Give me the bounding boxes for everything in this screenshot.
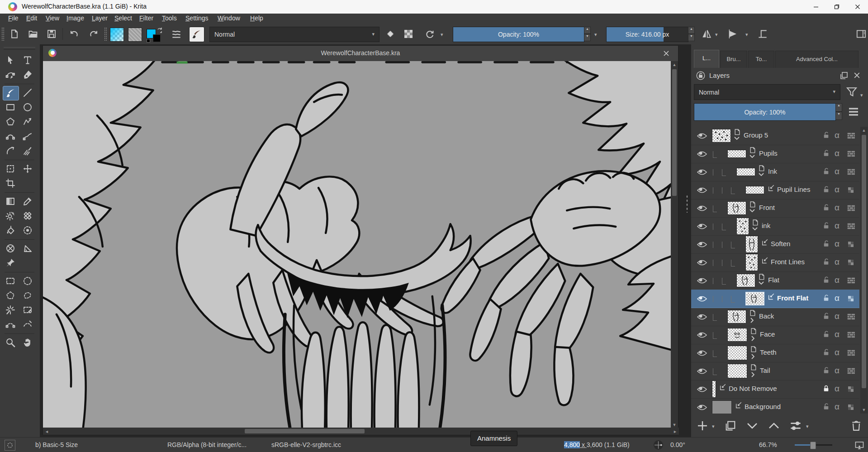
layer-name[interactable]: Front — [759, 204, 775, 211]
canvas[interactable] — [43, 61, 671, 428]
move-layer-up-button[interactable] — [766, 418, 782, 433]
toolbox-handle[interactable] — [4, 47, 35, 50]
layer-name[interactable]: Soften — [771, 240, 790, 247]
layer-name[interactable]: Tail — [760, 366, 770, 374]
layer-row-group-5[interactable]: Group 5α — [691, 127, 859, 145]
chevron-down-icon[interactable]: ▾ — [715, 32, 718, 38]
layer-thumbnail[interactable] — [745, 186, 764, 194]
docker-tab-bru[interactable]: Bru... — [720, 51, 747, 68]
canvas-vertical-scrollbar[interactable]: ▲ ▼ — [671, 61, 678, 428]
close-button[interactable] — [847, 0, 868, 14]
layer-visibility-eye-icon[interactable] — [697, 168, 707, 176]
docker-tab-advanced col[interactable]: Advanced Col... — [775, 51, 859, 68]
docker-splitter-handle[interactable] — [686, 195, 688, 213]
layer-visibility-eye-icon[interactable] — [697, 331, 707, 339]
layer-row-tail[interactable]: Tailα — [691, 362, 859, 381]
layer-name[interactable]: Pupils — [759, 149, 778, 157]
fit-to-screen-icon[interactable] — [854, 440, 865, 451]
layer-thumbnail[interactable] — [745, 254, 758, 271]
layer-row-do-not-remove[interactable]: Do Not Removeα — [691, 380, 859, 399]
layer-name[interactable]: Back — [759, 312, 774, 320]
layer-visibility-eye-icon[interactable] — [697, 277, 707, 285]
tool-similar-select[interactable] — [20, 303, 35, 317]
chevron-down-icon[interactable]: ▾ — [745, 32, 748, 38]
scroll-down-icon[interactable]: ▼ — [671, 423, 678, 427]
subwindow-title-bar[interactable]: WerewolfCharacterBase.kra — [43, 46, 678, 62]
alpha-lock-icon[interactable]: α — [835, 148, 840, 158]
preserve-alpha-button[interactable] — [402, 28, 415, 40]
layer-row-background[interactable]: Backgroundα — [691, 398, 859, 414]
layer-thumbnail[interactable] — [727, 201, 746, 215]
scroll-down-icon[interactable]: ▼ — [860, 408, 868, 412]
alpha-lock-icon[interactable]: α — [835, 257, 840, 267]
layer-name[interactable]: Teeth — [760, 348, 777, 356]
foreground-background-colors[interactable] — [147, 27, 163, 42]
canvas-rotation-icon[interactable] — [653, 439, 664, 451]
layer-name[interactable]: Front Lines — [771, 258, 805, 266]
layer-thumbnail[interactable] — [727, 150, 746, 158]
layer-row-pupil-lines[interactable]: Pupil Linesα — [691, 181, 859, 200]
inherit-alpha-icon[interactable] — [847, 367, 856, 375]
layer-opacity-slider[interactable]: Opacity: 100% — [694, 103, 836, 121]
menu-item-help[interactable]: Help — [248, 14, 265, 24]
inherit-alpha-icon[interactable] — [847, 295, 855, 303]
layer-thumbnail[interactable] — [736, 274, 755, 287]
canvas-size-label[interactable]: 4,800 x 3,600 (1.1 GiB) — [564, 441, 630, 448]
layer-lock-icon[interactable] — [822, 402, 830, 411]
group-layer-expanded-icon[interactable] — [758, 273, 765, 285]
chevron-down-icon[interactable]: ▾ — [441, 32, 443, 38]
alpha-lock-icon[interactable]: α — [835, 311, 840, 321]
layer-properties-button[interactable] — [787, 418, 804, 433]
close-docker-icon[interactable] — [853, 71, 861, 79]
tool-move[interactable] — [20, 162, 35, 176]
brush-preset-label[interactable]: b) Basic-5 Size — [35, 441, 78, 448]
filter-layers-icon[interactable] — [845, 85, 859, 99]
tool-transform[interactable] — [3, 162, 18, 176]
docker-tab-l[interactable]: L... — [694, 50, 719, 68]
tool-reference-images[interactable] — [3, 242, 18, 255]
layer-options-menu-icon[interactable] — [847, 105, 860, 119]
layer-lock-icon[interactable] — [822, 167, 830, 176]
layer-thumbnail[interactable] — [727, 310, 746, 324]
tool-multibrush[interactable] — [20, 144, 35, 157]
layer-row-front[interactable]: Frontα — [691, 199, 859, 218]
tool-polygon[interactable] — [3, 115, 18, 128]
tool-measure[interactable] — [20, 242, 35, 255]
layer-row-back[interactable]: Backα — [691, 308, 859, 326]
background-color-swatch[interactable] — [153, 34, 161, 42]
layer-visibility-eye-icon[interactable] — [697, 367, 707, 375]
tool-line[interactable] — [20, 86, 35, 100]
layer-lock-icon[interactable] — [822, 185, 830, 194]
docker-tab-to[interactable]: To... — [748, 51, 774, 68]
layer-name[interactable]: Ink — [768, 167, 777, 175]
wrap-around-button[interactable] — [756, 28, 769, 40]
tool-calligraphy[interactable] — [20, 68, 35, 81]
tool-colorize-mask[interactable] — [3, 209, 18, 223]
minimize-button[interactable] — [806, 0, 826, 14]
layer-name[interactable]: Background — [745, 403, 781, 410]
eraser-mode-button[interactable] — [384, 28, 397, 40]
scroll-left-icon[interactable]: ◄ — [45, 429, 49, 434]
alpha-lock-icon[interactable]: α — [835, 293, 840, 303]
choose-workspace-button[interactable] — [855, 28, 868, 40]
layer-lock-icon[interactable] — [822, 203, 830, 212]
inherit-alpha-icon[interactable] — [847, 313, 856, 320]
layer-visibility-eye-icon[interactable] — [697, 150, 707, 158]
default-colors-icon[interactable] — [147, 39, 150, 43]
selection-mode-button[interactable] — [5, 440, 15, 451]
layer-visibility-eye-icon[interactable] — [697, 385, 707, 393]
blending-mode-select[interactable]: Normal ▾ — [209, 27, 379, 42]
alpha-lock-icon[interactable]: α — [835, 239, 840, 249]
layer-lock-icon[interactable] — [822, 348, 830, 357]
save-button[interactable] — [45, 28, 58, 40]
canvas-horizontal-scrollbar[interactable]: ◄ ► — [43, 428, 679, 435]
reload-preset-button[interactable] — [423, 28, 436, 40]
layer-visibility-eye-icon[interactable] — [697, 223, 707, 230]
layer-lock-icon[interactable] — [822, 239, 830, 248]
pattern-swatch[interactable] — [128, 28, 142, 42]
inherit-alpha-icon[interactable] — [847, 204, 856, 212]
layer-visibility-eye-icon[interactable] — [697, 132, 707, 140]
layer-visibility-eye-icon[interactable] — [697, 205, 707, 212]
alpha-lock-icon[interactable]: α — [835, 203, 840, 213]
layer-thumbnail[interactable] — [712, 400, 732, 414]
